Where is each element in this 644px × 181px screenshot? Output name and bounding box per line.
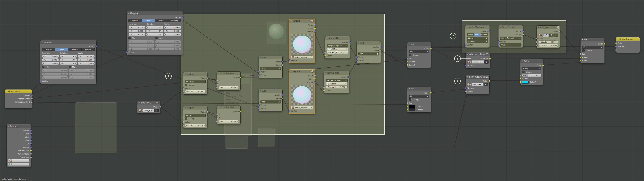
value-field[interactable]: ◂Edge0:3.500▸ bbox=[538, 40, 558, 43]
node-geometry[interactable]: ▼GeometryGlobalLocalViewOrcoUVNormalVert… bbox=[6, 124, 31, 167]
node-header[interactable]: ▼Mapping bbox=[40, 40, 96, 44]
value-field[interactable]: ◂Z:0°▸ bbox=[146, 33, 163, 36]
stepper-icon[interactable]: ▲ ▼ bbox=[470, 61, 471, 63]
stepper-icon[interactable]: ▲ ▼ bbox=[541, 34, 542, 36]
socket-vector[interactable] bbox=[282, 94, 283, 96]
socket-value[interactable] bbox=[216, 80, 218, 82]
checkbox[interactable] bbox=[522, 71, 524, 73]
dropdown[interactable]: Mix▲ ▼ bbox=[409, 50, 429, 53]
collapse-triangle-icon[interactable]: ▼ bbox=[8, 125, 9, 127]
unlink-icon[interactable]: ✕ bbox=[311, 56, 312, 58]
socket-vector[interactable] bbox=[498, 41, 500, 42]
node-mix-3[interactable]: ▼MixColorMix▲ ▼ClampFacColor1Color2 bbox=[580, 38, 605, 63]
node-header[interactable]: ▼B4W_TIME↩ bbox=[137, 101, 160, 105]
socket-vector[interactable] bbox=[96, 45, 97, 47]
socket-color[interactable] bbox=[430, 92, 432, 94]
collapse-triangle-icon[interactable]: ▼ bbox=[260, 90, 261, 92]
checkbox[interactable] bbox=[155, 37, 158, 39]
dropdown[interactable]: World▲ ▼ bbox=[467, 36, 488, 40]
dropdown[interactable]: Tangent Space▲ ▼ bbox=[326, 79, 348, 82]
collapse-triangle-icon[interactable]: ▼ bbox=[358, 42, 359, 44]
socket-vector[interactable] bbox=[615, 46, 617, 47]
checkbox[interactable] bbox=[582, 49, 584, 52]
value-field[interactable]: ◂Value:0.050▸ bbox=[185, 124, 206, 127]
value-field[interactable]: ◂Z:0.800▸ bbox=[164, 33, 181, 36]
node-header[interactable]: ▼Add bbox=[357, 41, 381, 45]
checkbox[interactable] bbox=[42, 66, 44, 68]
node-header[interactable]: ▼Normal Map bbox=[325, 36, 350, 40]
socket-value[interactable] bbox=[216, 121, 218, 123]
socket-value[interactable] bbox=[216, 83, 218, 85]
socket-color[interactable] bbox=[615, 42, 617, 44]
socket-color[interactable] bbox=[580, 60, 582, 62]
value-field[interactable]: ◂Y:1.000▸ bbox=[155, 44, 181, 47]
socket-value[interactable] bbox=[323, 86, 325, 88]
node-header[interactable]: ▼Group Output bbox=[616, 37, 640, 41]
uvmap-field[interactable]: UVMap✕ bbox=[327, 47, 348, 51]
socket-vector[interactable] bbox=[465, 65, 467, 66]
socket-color[interactable] bbox=[314, 78, 316, 80]
value-field[interactable]: ◂X:0°▸ bbox=[146, 26, 163, 29]
node-header[interactable]: ▼Multiply bbox=[183, 106, 207, 110]
value-field[interactable]: ◂Fac:0.300▸ bbox=[522, 74, 541, 77]
socket-color[interactable] bbox=[430, 47, 432, 49]
dropdown[interactable]: Cross Product▲ ▼ bbox=[500, 36, 522, 40]
checkbox[interactable] bbox=[128, 37, 131, 39]
socket-value[interactable] bbox=[206, 77, 208, 79]
node-multiply-1[interactable]: ▼MultiplyValueMultiply▲ ▼ClampValue◂Valu… bbox=[183, 72, 208, 95]
node-header[interactable]: ▼B4W_SMOOTHS...↩ bbox=[537, 26, 560, 29]
collapse-triangle-icon[interactable]: ▼ bbox=[42, 41, 43, 43]
fake-user-button[interactable]: F bbox=[154, 109, 159, 112]
collapse-triangle-icon[interactable]: ▼ bbox=[466, 26, 468, 28]
tab-vector[interactable]: Vector bbox=[474, 33, 481, 36]
collapse-triangle-icon[interactable]: ▼ bbox=[522, 60, 523, 62]
socket-value[interactable] bbox=[522, 34, 524, 36]
dropdown[interactable]: Add▲ ▼ bbox=[358, 52, 379, 55]
node-group-input[interactable]: ▼Group InputUVMapNormal_MaskRefraction M… bbox=[5, 89, 32, 108]
node-header[interactable]: ▼Multiply bbox=[183, 72, 207, 76]
value-field[interactable]: ◂Value:0.050▸ bbox=[185, 90, 206, 93]
node-vector-transform[interactable]: ▼Vector TransformVectorPointVectorNormal… bbox=[465, 25, 490, 48]
socket-color[interactable] bbox=[406, 109, 408, 111]
checkbox[interactable] bbox=[409, 54, 412, 56]
tab-vector[interactable]: Vector bbox=[68, 48, 82, 51]
socket-value[interactable] bbox=[380, 49, 382, 51]
collapse-triangle-icon[interactable]: ▼ bbox=[538, 27, 539, 28]
stepper-icon[interactable]: ▲ ▼ bbox=[142, 110, 143, 111]
unlink-icon[interactable]: ✕ bbox=[311, 107, 312, 108]
socket-value[interactable] bbox=[182, 91, 184, 93]
socket-color[interactable] bbox=[323, 90, 325, 92]
users-count-button[interactable]: 5 bbox=[549, 33, 554, 37]
tab-normal[interactable]: Normal bbox=[481, 33, 488, 36]
collapse-triangle-icon[interactable]: ▼ bbox=[500, 26, 501, 28]
socket-vector[interactable] bbox=[349, 41, 351, 43]
collapse-triangle-icon[interactable]: ▼ bbox=[260, 57, 261, 58]
socket-color[interactable] bbox=[239, 111, 241, 112]
node-header[interactable]: ▼Combine RGB bbox=[217, 72, 240, 75]
new-datablock-button[interactable]: ▤ bbox=[484, 60, 488, 63]
node-mapping-2[interactable]: ▼MappingVectorTexturePointVectorNormalLo… bbox=[126, 11, 183, 55]
node-b4w-time[interactable]: ▼B4W_TIME↩Value▲ ▼B4W_TIMEF bbox=[137, 101, 160, 113]
clear-icon[interactable]: ✕ bbox=[346, 48, 348, 50]
dropdown[interactable]: Multiply▲ ▼ bbox=[185, 114, 206, 117]
socket-value[interactable] bbox=[314, 75, 316, 76]
socket-empty[interactable] bbox=[31, 105, 33, 107]
socket-color[interactable] bbox=[488, 80, 490, 82]
node-header[interactable]: ▼Normal Map bbox=[324, 71, 349, 75]
node-header[interactable]: ▼Mix bbox=[407, 87, 431, 90]
node-combine-rgb-2[interactable]: ▼Combine RGBImageRG◂B:0.000▸ bbox=[217, 105, 240, 124]
collapse-triangle-icon[interactable]: ▼ bbox=[582, 39, 583, 40]
node-mapping-1[interactable]: ▼MappingVectorTexturePointVectorNormalLo… bbox=[40, 40, 96, 84]
tab-texture[interactable]: Texture bbox=[42, 48, 55, 51]
collapse-triangle-icon[interactable]: ▼ bbox=[409, 43, 410, 45]
value-field[interactable]: ◂Z:0.000▸ bbox=[128, 33, 146, 36]
uvmap-field[interactable]: UVMap✕ bbox=[326, 82, 348, 85]
collapse-triangle-icon[interactable]: ▼ bbox=[467, 76, 468, 78]
socket-vector[interactable] bbox=[464, 44, 466, 46]
socket-color[interactable] bbox=[489, 57, 491, 59]
socket-vector[interactable] bbox=[258, 108, 260, 110]
value-field[interactable]: ◂Y:0°▸ bbox=[146, 29, 163, 32]
collapse-triangle-icon[interactable]: ▼ bbox=[467, 53, 468, 55]
socket-value[interactable] bbox=[182, 125, 184, 126]
socket-value[interactable] bbox=[182, 121, 184, 123]
